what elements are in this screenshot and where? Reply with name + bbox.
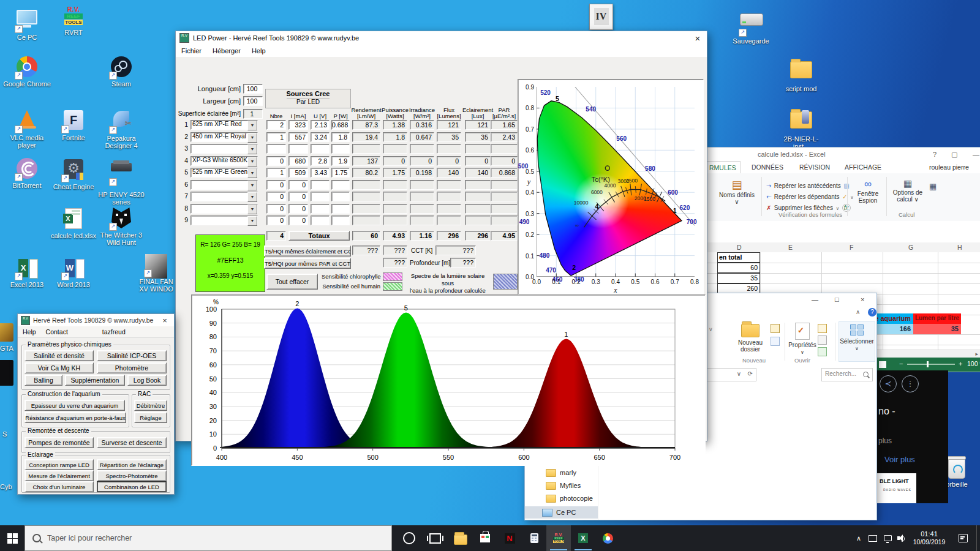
desktop-icon-ffxv[interactable]: ↗ FINAL FAN XV WINDO	[136, 254, 176, 293]
tray-display-button[interactable]	[881, 525, 894, 551]
excel-minimize-icon[interactable]: —	[973, 151, 979, 158]
sidebar-item-photocopie[interactable]: photocopie	[525, 492, 598, 504]
cell-lumen-par-litre-value[interactable]: 35	[913, 324, 961, 334]
photometre-button[interactable]: Photomètre	[97, 362, 167, 373]
i-input[interactable]: 509	[288, 168, 308, 178]
taskbar-calculator-button[interactable]	[522, 525, 546, 551]
debitmetre-button[interactable]: Débitmètre	[134, 400, 167, 411]
col-header[interactable]: H	[957, 244, 962, 251]
col-header[interactable]: E	[788, 244, 793, 251]
p-input[interactable]	[331, 204, 350, 214]
salinite-icpoes-button[interactable]: Salinité ICP-OES	[97, 350, 167, 361]
cortana-button[interactable]	[397, 525, 421, 551]
i-input[interactable]: 0	[288, 192, 308, 201]
menu-fichier[interactable]: Fichier	[176, 47, 207, 54]
media-panel[interactable]: ≺ ⋮ no - plus Voir plus BLE LIGHT RADIO …	[877, 370, 948, 503]
u-input[interactable]	[311, 180, 330, 190]
chevron-down-icon[interactable]: ▼	[247, 157, 257, 167]
supprimer-fleches-button[interactable]: ✗ Supprimer les flèches ∨ fx	[766, 201, 851, 211]
u-input[interactable]: 2.8	[311, 156, 330, 166]
excel-tab-revision[interactable]: RÉVISION	[796, 161, 834, 173]
excel-restore-icon[interactable]: ▢	[951, 151, 957, 159]
sidebar-item-marly[interactable]: marly	[525, 467, 598, 479]
scroll-right-icon[interactable]: ▸	[975, 351, 978, 357]
start-button[interactable]	[0, 525, 24, 551]
led-source-select[interactable]: 450 nm XP-E Royal blue▼	[190, 132, 258, 142]
partial-desktop-icon[interactable]	[0, 323, 13, 342]
open-small-buttons[interactable]	[818, 324, 831, 358]
led-source-select[interactable]: ▼	[190, 216, 258, 225]
taskbar-explorer-button[interactable]	[448, 525, 473, 551]
action-center-button[interactable]	[952, 525, 974, 551]
p-input[interactable]: 1.9	[331, 156, 350, 166]
sidebar-item-myfiles[interactable]: Myfiles	[525, 479, 598, 492]
longueur-input[interactable]: 100	[243, 84, 263, 94]
u-input[interactable]: 2.13	[311, 120, 330, 130]
cell-value[interactable]: 35	[717, 273, 760, 283]
desktop-icon-ce-pc[interactable]: ↗ Ce PC	[2, 7, 51, 41]
supplementation-button[interactable]: Supplémentation	[65, 375, 125, 386]
p-input[interactable]	[331, 216, 350, 225]
logbook-button[interactable]: Log Book	[127, 375, 167, 386]
desktop-icon-calcule-xlsx[interactable]: X calcule led.xlsx	[49, 207, 98, 239]
p-input[interactable]: 1.75	[331, 168, 350, 178]
excel-help-icon[interactable]: ?	[933, 151, 937, 158]
u-input[interactable]: 3.24	[311, 132, 330, 142]
u-input[interactable]	[311, 144, 330, 154]
taskbar-search-input[interactable]: Taper ici pour rechercher	[24, 525, 392, 551]
desktop-icon-cheat-engine[interactable]: ⚙↗ Cheat Engine	[49, 158, 98, 190]
taskbar-chrome-button[interactable]	[595, 525, 620, 551]
p-input[interactable]: 1.8	[331, 132, 350, 142]
nbre-input[interactable]: 0	[266, 204, 286, 214]
p-input[interactable]	[331, 180, 350, 190]
chevron-down-icon[interactable]: ▼	[247, 168, 257, 178]
epaisseur-verre-button[interactable]: Epaisseur du verre d'un aquarium	[24, 400, 125, 411]
col-header[interactable]: D	[737, 244, 742, 251]
pompes-remontee-button[interactable]: Pompes de remontée	[24, 437, 94, 448]
u-input[interactable]	[311, 216, 330, 225]
i-input[interactable]: 680	[288, 156, 308, 166]
new-folder-button[interactable]: Nouveaudossier	[736, 321, 764, 361]
i-input[interactable]: 557	[288, 132, 308, 142]
options-calcul-button[interactable]: ▦ Options decalcul ∨	[890, 178, 925, 216]
explorer-minimize-icon[interactable]: —	[812, 296, 818, 303]
led-source-select[interactable]: XP-G3 White 6500K▼	[190, 156, 258, 166]
desktop-icon-chrome[interactable]: ↗ Google Chrome	[2, 56, 51, 88]
reperer-antecedents-button[interactable]: ⇢ Repérer les antécédents ▨	[766, 179, 850, 189]
excel-column-headers[interactable]: D E F G H	[705, 242, 980, 253]
spectro-photometre-button[interactable]: Spectro-Photomètre	[97, 470, 167, 481]
desktop-icon-bittorrent[interactable]: ↗ BitTorrent	[2, 158, 51, 189]
cell-value[interactable]: 60	[717, 263, 760, 273]
excel-tab-donnees[interactable]: DONNÉES	[748, 161, 787, 173]
desktop-icon-vlc[interactable]: ↗ VLC media player	[2, 109, 51, 149]
excel-tab-affichage[interactable]: AFFICHAGE	[841, 161, 885, 173]
nbre-input[interactable]: 0	[266, 216, 286, 225]
clipboard-small-buttons[interactable]	[767, 324, 783, 358]
herve-close-icon[interactable]: ×	[156, 316, 174, 325]
taskbar-clock[interactable]: 01:41 10/09/2019	[910, 525, 948, 551]
col-header[interactable]: G	[908, 244, 913, 251]
led-source-select[interactable]: ▼	[190, 192, 258, 201]
excel-tab-formules[interactable]: RMULES	[705, 161, 741, 174]
led-power-window[interactable]: R.V LED Power - Hervé Reef Tools 190829 …	[175, 31, 707, 441]
u-input[interactable]	[311, 192, 330, 201]
voir-camgkh-button[interactable]: Voir Ca Mg KH	[24, 362, 94, 373]
p-input[interactable]: 0.688	[331, 120, 350, 130]
menu-contact[interactable]: Contact	[41, 328, 73, 335]
desktop-icon-hp-envy[interactable]: ↗ HP ENVY 4520 series	[97, 158, 146, 206]
u-input[interactable]: 3.43	[311, 168, 330, 178]
excel-formula-bar[interactable]	[705, 221, 980, 243]
chevron-down-icon[interactable]: ▼	[247, 144, 257, 154]
p-input[interactable]	[331, 144, 350, 154]
media-card[interactable]: BLE LIGHT RADIO WAVES	[877, 473, 916, 503]
desktop-icon-steam[interactable]: ↗ Steam	[97, 56, 146, 88]
nbre-input[interactable]: 2	[266, 120, 286, 130]
led-close-icon[interactable]: ×	[688, 33, 707, 43]
excel-titlebar[interactable]: calcule led.xlsx - Excel ? ▢ —	[705, 148, 980, 161]
i-input[interactable]: 0	[288, 180, 308, 190]
taskbar-netflix-button[interactable]: N	[497, 525, 522, 551]
p-input[interactable]	[331, 192, 350, 201]
calc-sheet-icon[interactable]: ▦	[929, 182, 937, 191]
nbre-input[interactable]: 1	[266, 132, 286, 142]
combinaison-led-button[interactable]: Combinaison de LED	[97, 481, 167, 492]
